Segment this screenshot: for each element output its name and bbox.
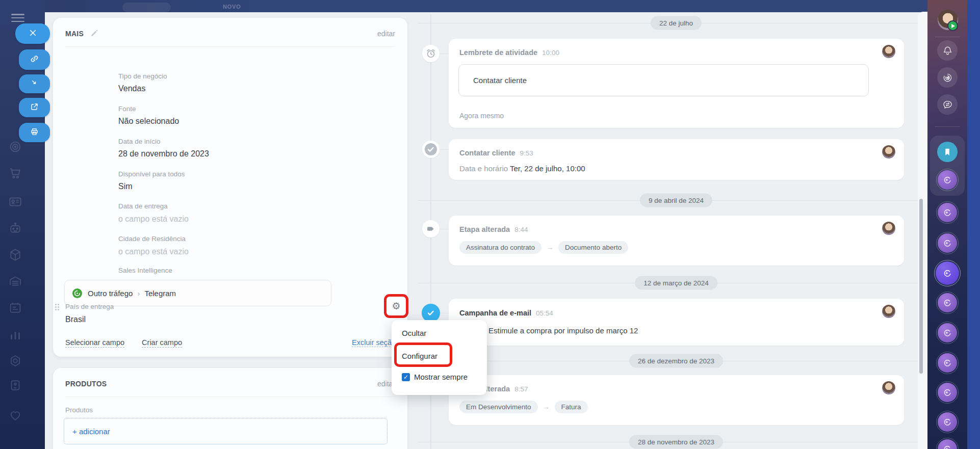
field-value-empty[interactable]: o campo está vazio: [118, 247, 189, 256]
arrow-right-icon: →: [543, 403, 550, 411]
field-value[interactable]: Brasil: [65, 315, 86, 324]
print-icon: [30, 127, 39, 139]
notifications-bell-icon[interactable]: [937, 40, 958, 61]
event-title: Etapa alterada: [459, 225, 510, 233]
timeline-card-stage-change: Etapa alterada8:57 Em Desenvolvimento → …: [449, 375, 904, 425]
traffic-channel: Telegram: [144, 289, 176, 298]
field-label: Disponível para todos: [118, 170, 185, 178]
close-icon: [28, 28, 38, 40]
hexagon-settings-icon[interactable]: [8, 353, 23, 368]
field-value-empty[interactable]: o campo está vazio: [118, 215, 189, 224]
background-button: [122, 3, 171, 12]
reminder-note-box[interactable]: Contatar cliente: [458, 64, 869, 96]
ai-assistant-icon[interactable]: [937, 67, 958, 88]
divider: [65, 397, 395, 397]
field-label: Sales Intelligence: [118, 267, 172, 274]
ai-item-icon[interactable]: [938, 203, 957, 222]
device-icon[interactable]: [8, 378, 23, 393]
contact-card-icon[interactable]: [8, 194, 23, 209]
edit-pencil-icon[interactable]: [90, 29, 98, 38]
move-lead-button[interactable]: [19, 74, 50, 93]
detail-value: Ter, 22 de julho, 10:00: [510, 164, 585, 173]
chevron-right-icon: ›: [137, 289, 140, 298]
event-title: Contatar cliente: [459, 149, 515, 157]
date-separator: 28 de novembro de 2023: [629, 435, 723, 449]
event-time: 9:53: [520, 149, 533, 157]
criar-campo-link[interactable]: Criar campo: [142, 338, 182, 348]
field-value[interactable]: Não selecionado: [118, 117, 179, 126]
field-settings-menu: Ocultar Configurar: [392, 320, 487, 395]
bookmark-icon[interactable]: [937, 142, 958, 162]
move-in-icon: [30, 78, 39, 90]
heart-icon[interactable]: [8, 408, 23, 423]
robot-icon[interactable]: [8, 221, 23, 236]
stage-tag-icon: [422, 220, 440, 237]
copy-link-button[interactable]: [19, 49, 50, 70]
stage-from-tag: Assinatura do contrato: [459, 241, 541, 254]
ocultar-menu-item[interactable]: Ocultar: [402, 329, 426, 337]
timeline-card-task: Contatar cliente9:53 Data e horário Ter,…: [449, 139, 904, 180]
ai-item-icon[interactable]: [938, 323, 957, 342]
stage-to-tag: Fatura: [555, 401, 588, 413]
field-value[interactable]: Vendas: [118, 84, 145, 93]
target-icon[interactable]: [8, 139, 23, 154]
event-time: 05:54: [536, 309, 553, 317]
detail-label: Data e horário: [459, 164, 508, 173]
package-icon[interactable]: [8, 247, 23, 262]
timeline-card-stage-change: Etapa alterada8:44 Assinatura do contrat…: [449, 216, 904, 266]
traffic-source-badge-icon: [72, 288, 83, 299]
field-label: Data de entrega: [118, 202, 168, 210]
date-separator: 9 de abril de 2024: [640, 194, 712, 207]
field-value[interactable]: 28 de novembro de 2023: [118, 149, 209, 159]
menu-icon[interactable]: [11, 14, 24, 22]
gear-icon[interactable]: ⚙: [392, 301, 400, 311]
ai-item-icon[interactable]: [938, 412, 957, 432]
mais-editar-link[interactable]: editar: [377, 30, 395, 38]
field-label: Tipo de negócio: [118, 72, 167, 80]
divider: [65, 46, 395, 47]
alarm-clock-icon: [422, 45, 440, 62]
chat-sync-icon[interactable]: [937, 94, 958, 115]
field-label: País de entrega: [65, 303, 114, 310]
event-time: 10:00: [542, 49, 559, 57]
calendar-icon[interactable]: [8, 300, 23, 315]
open-external-icon: [30, 102, 39, 114]
mostrar-sempre-checkbox[interactable]: ✓: [402, 373, 410, 381]
ai-item-icon[interactable]: [938, 383, 957, 402]
event-time: 8:44: [514, 226, 528, 233]
ai-item-icon[interactable]: [938, 353, 957, 373]
stage-from-tag: Em Desenvolvimento: [459, 401, 538, 413]
drag-handle-icon[interactable]: [55, 304, 59, 312]
avatar: [882, 45, 895, 58]
ai-item-icon[interactable]: [938, 170, 957, 190]
open-external-button[interactable]: [19, 98, 50, 117]
selecionar-campo-link[interactable]: Selecionar campo: [65, 338, 124, 348]
cart-icon[interactable]: [8, 166, 23, 181]
avatar: [882, 305, 895, 318]
ai-item-icon[interactable]: [938, 293, 957, 312]
stage-to-tag: Documento aberto: [558, 241, 628, 254]
mostrar-sempre-row: ✓ Mostrar sempre: [402, 373, 468, 381]
ai-item-active-icon[interactable]: [936, 261, 959, 285]
edge-strip: [967, 0, 980, 449]
date-separator: 12 de março de 2024: [635, 276, 717, 290]
close-panel-button[interactable]: [15, 23, 50, 44]
video-play-badge-icon[interactable]: [947, 20, 958, 31]
crm-lead-screen: NOVO MAIS editar Tipo de negócio Vendas …: [0, 0, 980, 449]
ai-item-icon[interactable]: [938, 233, 957, 253]
excluir-secao-link[interactable]: Excluir seção: [352, 338, 396, 347]
timeline-scrollbar-thumb[interactable]: [919, 199, 923, 374]
add-product-box[interactable]: + adicionar: [64, 418, 388, 444]
date-separator: 22 de julho: [651, 16, 702, 30]
add-product-link[interactable]: + adicionar: [72, 427, 110, 436]
email-campaign-body: Estimule a compra por impulso de março 1…: [488, 326, 638, 335]
configurar-menu-item[interactable]: Configurar: [402, 352, 437, 360]
print-button[interactable]: [19, 123, 50, 142]
field-value[interactable]: Sim: [118, 182, 133, 191]
storage-icon[interactable]: [8, 274, 23, 289]
event-title: Campanha de e-mail: [459, 309, 531, 317]
produtos-field-label: Produtos: [65, 406, 93, 414]
check-circle-icon: [422, 141, 440, 158]
bar-chart-icon[interactable]: [8, 327, 23, 342]
timeline-card-reminder: Lembrete de atividade10:00 Contatar clie…: [449, 39, 904, 128]
